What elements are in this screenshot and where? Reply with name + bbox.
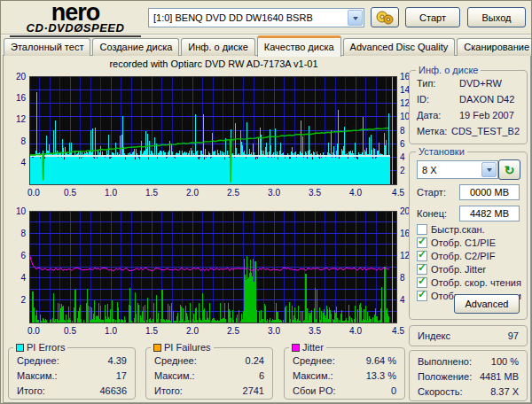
disc-info-title: Инф. о диске [416,65,481,76]
app-window: nero CD·DVDØSPEED [1:0] BENQ DVD DD DW16… [0,0,532,404]
svg-text:4.5: 4.5 [392,326,404,336]
svg-text:16: 16 [16,93,27,103]
tab-advanced-disc-quality[interactable]: Advanced Disc Quality [343,38,456,56]
progress-panel: Выполнено:100 % Положение:4481 MB Скорос… [409,350,528,401]
settings-title: Установки [416,146,467,158]
stat-row: Максим.:17 [9,370,135,382]
disc-info-group: Инф. о диске Тип:DVD+RW ID:DAXON D42 Дат… [409,70,528,144]
show-c2-pif-checkbox-row[interactable]: ✓ Отобр. C2/PIF [417,251,527,261]
svg-text:0.0: 0.0 [27,188,40,198]
tab-bar: Эталонный тест Создание диска Инф. о дис… [4,38,532,57]
logo-nero-text: nero [10,3,141,23]
svg-text:4.0: 4.0 [349,188,362,198]
pi-errors-speed-chart: 0.00.51.01.52.02.53.03.54.04.54812162024… [1,68,414,201]
svg-text:3.5: 3.5 [309,188,321,198]
scan-speed-select[interactable]: 8 X [417,160,498,179]
svg-text:1.0: 1.0 [105,326,117,336]
svg-text:2.0: 2.0 [186,326,199,336]
pi-failures-jitter-chart: 0.00.51.01.52.02.53.03.54.04.52468104812… [1,203,414,339]
svg-text:10: 10 [16,206,27,216]
svg-text:1.5: 1.5 [145,326,158,336]
svg-text:1.0: 1.0 [105,188,117,198]
checkmark-icon: ✓ [418,289,426,299]
svg-text:4: 4 [20,273,26,283]
start-button[interactable]: Старт [405,7,460,27]
tab-disc-info[interactable]: Инф. о диске [181,38,254,56]
index-label: Индекс [418,330,450,341]
show-read-speed-checkbox-row[interactable]: ✓ Отобр. скор. чтения [417,277,527,288]
scan-speed-value: 8 X [418,165,481,175]
stat-row: Максим.:13.3 % [285,370,404,382]
disc-label-row: Метка:CDS_TEST_B2 [410,125,527,137]
tab-benchmark[interactable]: Эталонный тест [4,38,90,56]
drive-select[interactable]: [1:0] BENQ DVD DD DW1640 BSRB [148,8,364,27]
done-row: Выполнено:100 % [410,356,527,368]
pi-errors-stats-group: PI Errors Среднее:4.39 Максим.:17 Итого:… [8,347,136,400]
jitter-stats-group: Jitter Среднее:9.64 % Максим.:13.3 % Сбо… [284,347,405,400]
svg-text:0.5: 0.5 [64,326,76,336]
eject-disc-button[interactable] [371,7,399,27]
quality-index-panel: Индекс 97 [409,325,528,346]
tab-scan-disc[interactable]: Сканирование диска [457,38,532,56]
checkmark-icon: ✓ [418,276,426,286]
jitter-legend-swatch [292,344,300,352]
refresh-button[interactable]: ↻ [498,159,520,180]
checkmark-icon: ✓ [418,236,426,246]
start-position-row: Старт: 0000 MB [417,184,520,200]
checkmark-icon: ✓ [418,262,426,273]
pi-failures-legend-swatch [153,344,161,352]
speed-row: Скорость:8.37 X [410,386,527,398]
pi-errors-legend-swatch [16,344,24,352]
settings-group: Установки 8 X ↻ Старт: 0000 MB Конец: 44… [409,152,528,320]
show-c1-pie-checkbox-row[interactable]: ✓ Отобр. C1/PIE [417,237,527,248]
stat-row: Итого:46636 [9,385,135,397]
svg-text:3.5: 3.5 [309,326,321,336]
chevron-down-icon [353,17,358,23]
checkbox-checked[interactable]: ✓ [417,264,427,275]
stat-row: Среднее:9.64 % [285,355,404,367]
pi-failures-stats-group: PI Failures Среднее:0.24 Максим.:6 Итого… [145,347,273,400]
svg-text:3.0: 3.0 [268,188,280,198]
pi-errors-stats-title: PI Errors [13,342,67,354]
jitter-stats-title: Jitter [289,342,326,354]
index-value: 97 [508,330,519,341]
chevron-down-icon [487,168,492,175]
disc-id-row: ID:DAXON D42 [410,93,527,105]
fast-scan-checkbox-row[interactable]: Быстр.скан. [417,224,527,235]
stat-row: Итого:2741 [146,385,272,397]
checkbox-checked[interactable]: ✓ [417,251,427,261]
end-position-field[interactable]: 4482 MB [459,206,520,221]
drive-select-arrow[interactable] [348,10,363,26]
checkbox-checked[interactable]: ✓ [417,237,427,248]
svg-text:1.5: 1.5 [145,188,158,198]
exit-button[interactable]: Выход [467,7,526,27]
svg-text:2.5: 2.5 [227,188,239,198]
start-position-field[interactable]: 0000 MB [459,184,520,200]
advanced-button[interactable]: Advanced [454,294,520,314]
stat-row: Среднее:0.24 [146,355,272,367]
show-jitter-checkbox-row[interactable]: ✓ Отобр. Jitter [417,264,527,275]
svg-text:3.0: 3.0 [268,326,280,336]
discs-icon [375,11,395,25]
svg-text:8: 8 [400,126,405,136]
drive-select-value: [1:0] BENQ DVD DD DW1640 BSRB [149,12,347,23]
checkbox-checked[interactable]: ✓ [417,291,427,301]
checkmark-icon: ✓ [418,249,426,260]
checkbox-checked[interactable]: ✓ [417,277,427,288]
svg-text:0.5: 0.5 [64,188,76,198]
svg-text:4: 4 [20,158,26,167]
svg-text:2.0: 2.0 [186,188,199,198]
disc-glyph-icon: Ø [74,21,83,35]
tab-disc-quality[interactable]: Качество диска [257,35,341,57]
stat-row: Сбои PO:0 [285,385,404,397]
disc-type-row: Тип:DVD+RW [410,77,527,89]
svg-text:2: 2 [20,295,26,305]
position-row: Положение:4481 MB [410,371,527,383]
checkbox-unchecked[interactable] [417,224,427,235]
svg-text:6: 6 [400,139,405,149]
tab-create-disc[interactable]: Создание диска [92,38,179,56]
disc-date-row: Дата:19 Feb 2007 [410,109,527,121]
svg-text:2: 2 [400,166,405,175]
scan-speed-arrow[interactable] [481,162,497,177]
svg-text:6: 6 [20,251,26,260]
